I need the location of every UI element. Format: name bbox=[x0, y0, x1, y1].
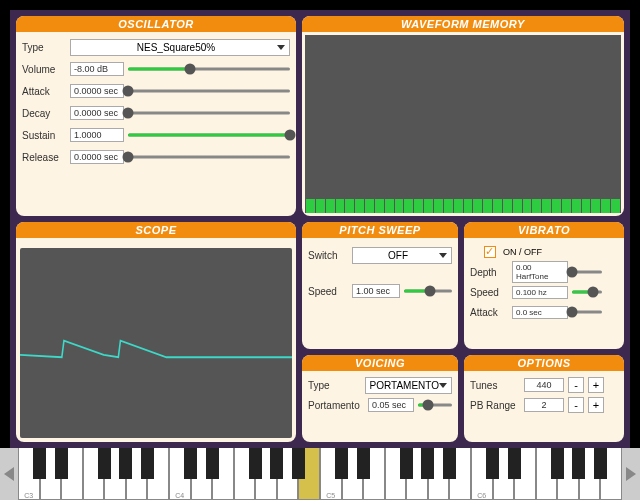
osc-sustain-slider[interactable] bbox=[128, 128, 290, 142]
opt-pbrange-value[interactable]: 2 bbox=[524, 398, 564, 412]
piano-keys[interactable]: C3C4C5C6 bbox=[18, 448, 622, 500]
chevron-down-icon bbox=[439, 383, 447, 388]
vib-speed-value[interactable]: 0.100 hz bbox=[512, 286, 568, 299]
scope-waveform-icon bbox=[20, 248, 292, 438]
vib-speed-slider[interactable] bbox=[572, 285, 602, 299]
osc-type-label: Type bbox=[22, 42, 66, 53]
opt-pbrange-label: PB Range bbox=[470, 400, 520, 411]
black-key[interactable] bbox=[98, 448, 111, 479]
opt-tunes-value[interactable]: 440 bbox=[524, 378, 564, 392]
osc-release-label: Release bbox=[22, 152, 66, 163]
osc-attack-slider[interactable] bbox=[128, 84, 290, 98]
svg-marker-0 bbox=[4, 467, 14, 481]
triangle-left-icon bbox=[4, 467, 14, 481]
osc-volume-label: Volume bbox=[22, 64, 66, 75]
voicing-porta-value[interactable]: 0.05 sec bbox=[368, 398, 414, 412]
osc-volume-slider[interactable] bbox=[128, 62, 290, 76]
osc-type-value: NES_Square50% bbox=[137, 42, 215, 53]
black-key[interactable] bbox=[141, 448, 154, 479]
vibrato-title: VIBRATO bbox=[464, 222, 624, 238]
black-key[interactable] bbox=[486, 448, 499, 479]
black-key[interactable] bbox=[443, 448, 456, 479]
black-key[interactable] bbox=[572, 448, 585, 479]
osc-decay-slider[interactable] bbox=[128, 106, 290, 120]
voicing-porta-slider[interactable] bbox=[418, 398, 452, 412]
waveform-display[interactable] bbox=[305, 35, 621, 213]
black-key[interactable] bbox=[292, 448, 305, 479]
chevron-down-icon bbox=[439, 253, 447, 258]
voicing-panel: VOICING Type PORTAMENTO Portamento 0.05 … bbox=[302, 355, 458, 442]
vib-attack-slider[interactable] bbox=[572, 305, 602, 319]
vibrato-onoff-label: ON / OFF bbox=[503, 247, 542, 257]
vib-speed-label: Speed bbox=[470, 287, 508, 298]
osc-release-value[interactable]: 0.0000 sec bbox=[70, 150, 124, 164]
black-key[interactable] bbox=[270, 448, 283, 479]
black-key[interactable] bbox=[119, 448, 132, 479]
osc-type-select[interactable]: NES_Square50% bbox=[70, 39, 290, 56]
waveform-steps bbox=[305, 199, 621, 213]
ps-speed-value[interactable]: 1.00 sec bbox=[352, 284, 400, 298]
waveform-memory-title: WAVEFORM MEMORY bbox=[302, 16, 624, 32]
black-key[interactable] bbox=[184, 448, 197, 479]
black-key[interactable] bbox=[551, 448, 564, 479]
voicing-type-select[interactable]: PORTAMENTO bbox=[365, 377, 452, 394]
osc-attack-value[interactable]: 0.0000 sec bbox=[70, 84, 124, 98]
synth-app: OSCILLATOR Type NES_Square50% Volume -8.… bbox=[10, 10, 630, 448]
voicing-title: VOICING bbox=[302, 355, 458, 371]
pitch-sweep-panel: PITCH SWEEP Switch OFF Speed 1.00 sec bbox=[302, 222, 458, 349]
chevron-down-icon bbox=[277, 45, 285, 50]
black-key[interactable] bbox=[33, 448, 46, 479]
octave-label: C3 bbox=[24, 492, 33, 499]
waveform-memory-panel: WAVEFORM MEMORY bbox=[302, 16, 624, 216]
black-key[interactable] bbox=[421, 448, 434, 479]
ps-switch-label: Switch bbox=[308, 250, 348, 261]
opt-tunes-minus[interactable]: - bbox=[568, 377, 584, 393]
vib-depth-value[interactable]: 0.00 HarfTone bbox=[512, 261, 568, 283]
oscillator-panel: OSCILLATOR Type NES_Square50% Volume -8.… bbox=[16, 16, 296, 216]
keyboard-scroll-left[interactable] bbox=[0, 448, 18, 500]
black-key[interactable] bbox=[335, 448, 348, 479]
opt-pbrange-plus[interactable]: + bbox=[588, 397, 604, 413]
vib-depth-slider[interactable] bbox=[572, 265, 602, 279]
osc-volume-value[interactable]: -8.00 dB bbox=[70, 62, 124, 76]
bottom-right-grid: PITCH SWEEP Switch OFF Speed 1.00 sec bbox=[302, 222, 624, 442]
scope-title: SCOPE bbox=[16, 222, 296, 238]
vibrato-onoff-checkbox[interactable] bbox=[484, 246, 496, 258]
black-key[interactable] bbox=[508, 448, 521, 479]
osc-sustain-label: Sustain bbox=[22, 130, 66, 141]
svg-marker-1 bbox=[626, 467, 636, 481]
keyboard-scroll-right[interactable] bbox=[622, 448, 640, 500]
black-key[interactable] bbox=[206, 448, 219, 479]
voicing-type-value: PORTAMENTO bbox=[370, 380, 439, 391]
keyboard: C3C4C5C6 bbox=[0, 448, 640, 500]
black-key[interactable] bbox=[594, 448, 607, 479]
vibrato-panel: VIBRATO ON / OFF Depth 0.00 HarfTone Spe… bbox=[464, 222, 624, 349]
vib-depth-label: Depth bbox=[470, 267, 508, 278]
ps-switch-select[interactable]: OFF bbox=[352, 247, 452, 264]
scope-panel: SCOPE bbox=[16, 222, 296, 442]
osc-sustain-value[interactable]: 1.0000 bbox=[70, 128, 124, 142]
options-title: OPTIONS bbox=[464, 355, 624, 371]
vib-attack-value[interactable]: 0.0 sec bbox=[512, 306, 568, 319]
osc-release-slider[interactable] bbox=[128, 150, 290, 164]
black-key[interactable] bbox=[400, 448, 413, 479]
voicing-type-label: Type bbox=[308, 380, 361, 391]
pitch-sweep-title: PITCH SWEEP bbox=[302, 222, 458, 238]
vib-attack-label: Attack bbox=[470, 307, 508, 318]
osc-attack-label: Attack bbox=[22, 86, 66, 97]
ps-speed-label: Speed bbox=[308, 286, 348, 297]
octave-label: C5 bbox=[326, 492, 335, 499]
opt-pbrange-minus[interactable]: - bbox=[568, 397, 584, 413]
black-key[interactable] bbox=[357, 448, 370, 479]
opt-tunes-label: Tunes bbox=[470, 380, 520, 391]
octave-label: C4 bbox=[175, 492, 184, 499]
black-key[interactable] bbox=[249, 448, 262, 479]
opt-tunes-plus[interactable]: + bbox=[588, 377, 604, 393]
osc-decay-value[interactable]: 0.0000 sec bbox=[70, 106, 124, 120]
octave-label: C6 bbox=[477, 492, 486, 499]
ps-switch-value: OFF bbox=[388, 250, 408, 261]
options-panel: OPTIONS Tunes 440 - + PB Range 2 - + bbox=[464, 355, 624, 442]
ps-speed-slider[interactable] bbox=[404, 284, 452, 298]
black-key[interactable] bbox=[55, 448, 68, 479]
scope-display bbox=[20, 248, 292, 438]
